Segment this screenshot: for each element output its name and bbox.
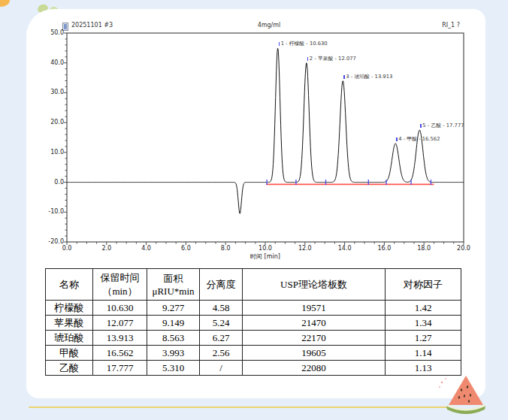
table-cell: 21470 — [243, 316, 386, 331]
table-cell: 5.310 — [147, 361, 200, 376]
analyte-name-cell: 琥珀酸 — [46, 331, 93, 346]
x-tick-label: 4.0 — [136, 245, 157, 252]
table-cell: 19571 — [243, 301, 386, 316]
peak-label: 2 - 苹果酸 - 12.077 — [307, 56, 356, 62]
x-tick-label: 14.0 — [334, 245, 355, 252]
column-header: 对称因子 — [386, 269, 461, 301]
column-header: 保留时间（min） — [93, 269, 147, 301]
table-cell: 22080 — [243, 361, 386, 376]
x-tick-label: 0.0 — [56, 245, 77, 252]
table-row: 苹果酸12.0779.1495.24214701.34 — [46, 316, 461, 331]
table-cell: 3.993 — [147, 346, 200, 361]
chromatogram-trace — [67, 49, 464, 214]
table-cell: 9.149 — [147, 316, 200, 331]
divider-line — [29, 406, 447, 408]
peak-label: 3 - 琥珀酸 - 13.913 — [343, 74, 392, 80]
table-cell: 19605 — [243, 346, 386, 361]
y-tick-label: 10.0 — [40, 149, 64, 156]
table-row: 琥珀酸13.9138.5636.27221701.27 — [46, 331, 461, 346]
column-header: 分离度 — [200, 269, 243, 301]
table-cell: 8.563 — [147, 331, 200, 346]
table-cell: 9.277 — [147, 301, 200, 316]
y-tick-label: -10.0 — [40, 208, 64, 215]
x-tick-label: 8.0 — [215, 245, 236, 252]
table-cell: 1.42 — [386, 301, 461, 316]
x-axis-title: 时间 [min] — [238, 252, 292, 261]
analyte-name-cell: 苹果酸 — [46, 316, 93, 331]
y-tick-label: 0.0 — [40, 179, 64, 186]
table-cell: 1.14 — [386, 346, 461, 361]
watermelon-icon — [434, 373, 488, 420]
results-table: 名称保留时间（min）面积μRIU*min分离度USP理论塔板数对称因子 柠檬酸… — [45, 268, 461, 376]
peak-label: 4 - 甲酸 - 16.562 — [396, 136, 440, 143]
column-header: USP理论塔板数 — [243, 269, 386, 301]
table-cell: / — [200, 361, 243, 376]
table-cell: 1.34 — [386, 316, 461, 331]
table-row: 柠檬酸10.6309.2774.58195711.42 — [46, 301, 461, 316]
table-cell: 16.562 — [93, 346, 147, 361]
x-tick-label: 2.0 — [96, 245, 117, 252]
x-tick-label: 16.0 — [373, 245, 395, 252]
x-tick-label: 10.0 — [255, 245, 276, 252]
y-tick-label: 20.0 — [40, 119, 64, 125]
table-cell: 5.24 — [200, 316, 243, 331]
y-tick-label: 50.0 — [40, 29, 64, 36]
table-cell: 17.777 — [93, 361, 147, 376]
table-cell: 6.27 — [200, 331, 243, 346]
x-tick-label: 12.0 — [295, 245, 316, 252]
table-cell: 22170 — [243, 331, 386, 346]
table-row: 乙酸17.7775.310/220801.13 — [46, 361, 461, 376]
column-header: 名称 — [46, 269, 93, 301]
table-cell: 2.56 — [200, 346, 243, 361]
analyte-name-cell: 柠檬酸 — [46, 301, 93, 316]
analyte-name-cell: 甲酸 — [46, 346, 93, 361]
y-tick-label: -20.0 — [40, 238, 64, 245]
table-row: 甲酸16.5623.9932.56196051.14 — [46, 346, 461, 361]
table-cell: 13.913 — [93, 331, 147, 346]
table-cell: 12.077 — [93, 316, 147, 331]
y-tick-label: 30.0 — [40, 89, 64, 95]
peak-label: 5 - 乙酸 - 17.777 — [420, 122, 464, 129]
table-cell: 1.27 — [386, 331, 461, 346]
peak-label: 1 - 柠檬酸 - 10.630 — [279, 41, 328, 47]
column-header: 面积μRIU*min — [147, 269, 200, 301]
y-tick-label: 40.0 — [40, 59, 64, 66]
table-cell: 10.630 — [93, 301, 147, 316]
table-cell: 4.58 — [200, 301, 243, 316]
analyte-name-cell: 乙酸 — [46, 361, 93, 376]
report-page: 20251101 #3 4mg/ml RI_1 ? 50.040.030.020… — [0, 0, 508, 420]
x-tick-label: 20.0 — [453, 245, 474, 252]
x-tick-label: 6.0 — [175, 245, 196, 252]
x-tick-label: 18.0 — [413, 245, 434, 252]
